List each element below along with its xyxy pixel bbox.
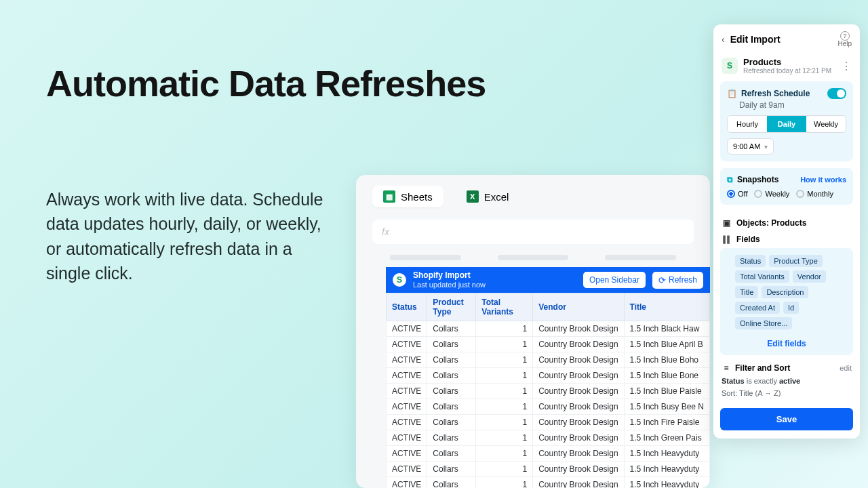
cell: Collars bbox=[427, 337, 476, 352]
google-sheets-icon: ▦ bbox=[383, 190, 395, 203]
cell: ACTIVE bbox=[387, 352, 427, 368]
cell: 1.5 Inch Heavyduty bbox=[624, 477, 709, 488]
cell: Country Brook Design bbox=[533, 462, 624, 477]
column-header[interactable]: Status bbox=[387, 293, 427, 321]
spreadsheet-panel: ▦ Sheets X Excel fx S Shopify Import Las… bbox=[356, 175, 710, 488]
refresh-schedule-card: Refresh Schedule Daily at 9am HourlyDail… bbox=[720, 81, 853, 161]
cell: Collars bbox=[427, 321, 476, 337]
cube-icon: ▣ bbox=[722, 218, 731, 228]
open-sidebar-button[interactable]: Open Sidebar bbox=[583, 272, 646, 288]
tab-sheets-label: Sheets bbox=[401, 191, 433, 203]
edit-fields-link[interactable]: Edit fields bbox=[720, 336, 853, 355]
cell: ACTIVE bbox=[387, 321, 427, 337]
cell: Country Brook Design bbox=[533, 384, 624, 399]
cell: ACTIVE bbox=[387, 446, 427, 462]
snapshot-radio[interactable]: Monthly bbox=[796, 190, 833, 198]
cell: 1.5 Inch Blue Bone bbox=[624, 368, 709, 384]
filter-sort-section: ≡Filter and Sort edit Status is exactly … bbox=[713, 362, 860, 404]
hero-title: Automatic Data Refreshes bbox=[46, 62, 486, 104]
table-row[interactable]: ACTIVECollars1Country Brook Design1.5 In… bbox=[387, 477, 710, 488]
data-grid[interactable]: StatusProduct TypeTotal VariantsVendorTi… bbox=[386, 293, 710, 488]
entity-name: Products bbox=[743, 57, 835, 67]
snapshot-radio[interactable]: Off bbox=[727, 190, 747, 198]
excel-icon: X bbox=[467, 190, 479, 203]
cell: ACTIVE bbox=[387, 337, 427, 352]
refresh-button[interactable]: ⟳ Refresh bbox=[652, 272, 703, 289]
cell: ACTIVE bbox=[387, 368, 427, 384]
objects-label: Objects: Products bbox=[736, 218, 806, 228]
cell: Country Brook Design bbox=[533, 446, 624, 462]
entity-menu-icon[interactable]: ⋮ bbox=[841, 60, 852, 73]
field-chip[interactable]: Description bbox=[762, 286, 808, 298]
field-chip[interactable]: Product Type bbox=[769, 255, 823, 267]
field-chip[interactable]: Created At bbox=[735, 302, 780, 314]
schedule-toggle[interactable] bbox=[827, 88, 846, 99]
frequency-option[interactable]: Weekly bbox=[806, 116, 846, 132]
column-placeholders bbox=[356, 251, 710, 267]
tab-sheets[interactable]: ▦ Sheets bbox=[372, 186, 443, 207]
column-header[interactable]: Title bbox=[624, 293, 709, 321]
field-chip[interactable]: Vendor bbox=[793, 270, 826, 283]
cell: 1 bbox=[476, 368, 533, 384]
cell: Collars bbox=[427, 477, 476, 488]
frequency-option[interactable]: Hourly bbox=[728, 116, 767, 132]
cell: ACTIVE bbox=[387, 477, 427, 488]
how-it-works-link[interactable]: How it works bbox=[800, 176, 846, 184]
column-header[interactable]: Total Variants bbox=[476, 293, 533, 321]
shopify-icon: S bbox=[393, 273, 406, 287]
table-row[interactable]: ACTIVECollars1Country Brook Design1.5 In… bbox=[387, 399, 710, 415]
snapshot-icon bbox=[727, 175, 733, 184]
column-header[interactable]: Vendor bbox=[533, 293, 624, 321]
time-select[interactable]: 9:00 AM ▾ bbox=[727, 138, 774, 155]
cell: 1.5 Inch Black Haw bbox=[624, 321, 709, 337]
field-chip[interactable]: Total Variants bbox=[735, 270, 789, 283]
tab-excel[interactable]: X Excel bbox=[456, 186, 520, 207]
cell: 1.5 Inch Blue Boho bbox=[624, 352, 709, 368]
back-icon[interactable]: ‹ bbox=[722, 34, 725, 45]
field-chip[interactable]: Online Store... bbox=[735, 317, 792, 329]
cell: 1.5 Inch Fire Paisle bbox=[624, 415, 709, 430]
cell: Collars bbox=[427, 384, 476, 399]
refresh-icon: ⟳ bbox=[658, 275, 666, 285]
table-row[interactable]: ACTIVECollars1Country Brook Design1.5 In… bbox=[387, 415, 710, 430]
cell: ACTIVE bbox=[387, 430, 427, 446]
cell: Collars bbox=[427, 430, 476, 446]
field-chip[interactable]: Id bbox=[783, 302, 799, 314]
import-title: Shopify Import bbox=[413, 271, 576, 281]
table-row[interactable]: ACTIVECollars1Country Brook Design1.5 In… bbox=[387, 321, 710, 337]
schedule-title: Refresh Schedule bbox=[741, 89, 810, 98]
table-row[interactable]: ACTIVECollars1Country Brook Design1.5 In… bbox=[387, 384, 710, 399]
refresh-label: Refresh bbox=[669, 275, 697, 285]
panel-title: Edit Import bbox=[730, 34, 833, 45]
table-row[interactable]: ACTIVECollars1Country Brook Design1.5 In… bbox=[387, 462, 710, 477]
column-header[interactable]: Product Type bbox=[427, 293, 476, 321]
cell: Country Brook Design bbox=[533, 321, 624, 337]
filter-rule: Status is exactly active bbox=[722, 377, 852, 385]
fields-label: Fields bbox=[736, 235, 760, 244]
table-row[interactable]: ACTIVECollars1Country Brook Design1.5 In… bbox=[387, 337, 710, 352]
table-row[interactable]: ACTIVECollars1Country Brook Design1.5 In… bbox=[387, 352, 710, 368]
cell: Country Brook Design bbox=[533, 430, 624, 446]
help-button[interactable]: ?Help bbox=[837, 31, 852, 47]
calendar-icon bbox=[727, 89, 737, 98]
snapshot-radio[interactable]: Weekly bbox=[754, 190, 789, 198]
field-chip[interactable]: Status bbox=[735, 255, 766, 267]
cell: 1.5 Inch Blue April B bbox=[624, 337, 709, 352]
save-button[interactable]: Save bbox=[720, 408, 853, 430]
cell: ACTIVE bbox=[387, 415, 427, 430]
cell: Country Brook Design bbox=[533, 399, 624, 415]
frequency-option[interactable]: Daily bbox=[767, 116, 806, 132]
cell: 1 bbox=[476, 477, 533, 488]
cell: 1 bbox=[476, 321, 533, 337]
chevron-down-icon: ▾ bbox=[764, 143, 768, 150]
objects-section[interactable]: ▣ Objects: Products bbox=[713, 211, 860, 232]
table-row[interactable]: ACTIVECollars1Country Brook Design1.5 In… bbox=[387, 430, 710, 446]
cell: 1.5 Inch Heavyduty bbox=[624, 446, 709, 462]
table-row[interactable]: ACTIVECollars1Country Brook Design1.5 In… bbox=[387, 368, 710, 384]
table-row[interactable]: ACTIVECollars1Country Brook Design1.5 In… bbox=[387, 446, 710, 462]
field-chip[interactable]: Title bbox=[735, 286, 758, 298]
formula-bar[interactable]: fx bbox=[372, 220, 694, 244]
filter-edit-link[interactable]: edit bbox=[840, 364, 852, 372]
hero-description: Always work with live data. Schedule dat… bbox=[46, 187, 324, 285]
cell: 1.5 Inch Heavyduty bbox=[624, 462, 709, 477]
